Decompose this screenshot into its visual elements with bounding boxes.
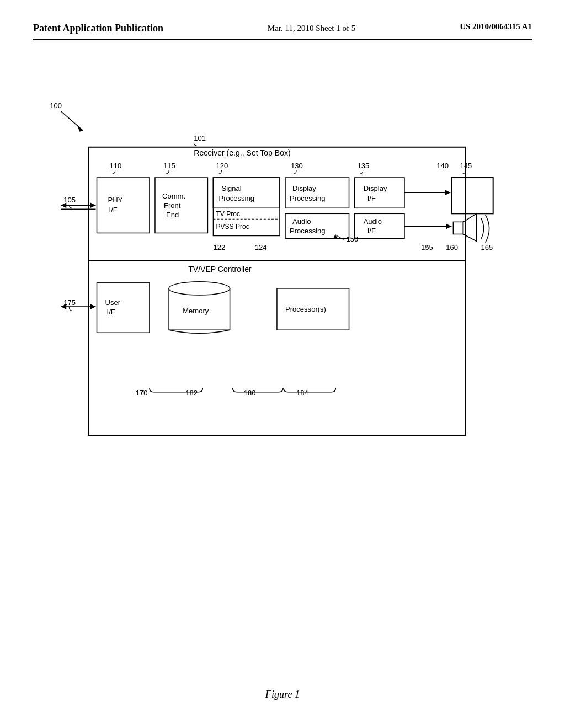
user-if-label1: User <box>105 298 121 307</box>
arrowhead-100 <box>77 126 83 132</box>
label-184: 184 <box>296 389 308 397</box>
label-145: 145 <box>460 162 472 170</box>
publication-title: Patent Application Publication <box>33 22 163 35</box>
label-155: 155 <box>421 243 433 251</box>
memory-cylinder-bottom <box>169 330 230 334</box>
label-170: 170 <box>136 389 148 397</box>
label-182: 182 <box>185 389 198 397</box>
patent-diagram: 100 101 Receiver (e.g., Set Top Box) 110… <box>33 84 532 515</box>
audio-if-label1: Audio <box>364 218 382 226</box>
audio-processing-label1: Audio <box>292 218 311 226</box>
display-processing-box <box>285 178 349 208</box>
receiver-label: Receiver (e.g., Set Top Box) <box>194 148 290 157</box>
tv-proc-label: TV Proc <box>216 211 240 218</box>
label-124: 124 <box>255 243 267 251</box>
end-label: End <box>166 211 179 220</box>
page: Patent Application Publication Mar. 11, … <box>0 0 565 728</box>
comm-label: Comm. <box>162 192 185 201</box>
publication-number: US 2010/0064315 A1 <box>460 22 532 31</box>
audio-arrowhead <box>446 224 451 229</box>
user-if-label2: I/F <box>107 308 115 317</box>
sound-wave-2 <box>486 215 489 243</box>
label-105: 105 <box>63 196 76 205</box>
input-arrowhead <box>90 203 95 208</box>
label-165: 165 <box>481 243 493 251</box>
label-115: 115 <box>163 162 175 170</box>
memory-cylinder-top <box>169 282 230 295</box>
user-if-arrowhead-right <box>90 304 95 309</box>
label-130: 130 <box>291 162 303 170</box>
figure-caption: Figure 1 <box>265 689 300 700</box>
tvvep-controller-label: TV/VEP Controller <box>188 265 252 274</box>
label-120: 120 <box>216 162 228 170</box>
label-110: 110 <box>110 162 122 170</box>
phy-if-box <box>97 178 150 233</box>
diagram-area: 100 101 Receiver (e.g., Set Top Box) 110… <box>33 84 532 515</box>
display-if-box <box>355 178 404 208</box>
label-180: 180 <box>244 389 256 397</box>
display-if-label1: Display <box>364 185 387 193</box>
processors-label: Processor(s) <box>285 305 326 313</box>
phy-if-label2: I/F <box>109 206 118 215</box>
monitor-box <box>451 178 493 213</box>
sound-wave-1 <box>481 218 484 239</box>
signal-processing-box <box>213 178 280 208</box>
page-header: Patent Application Publication Mar. 11, … <box>33 22 532 40</box>
signal-processing-label1: Signal <box>222 185 242 193</box>
publication-date-sheet: Mar. 11, 2010 Sheet 1 of 5 <box>268 22 355 35</box>
display-processing-label2: Processing <box>290 195 326 203</box>
phy-if-label: PHY <box>108 196 123 205</box>
memory-label: Memory <box>183 307 209 315</box>
display-if-label2: I/F <box>367 195 376 203</box>
audio-if-label2: I/F <box>367 227 376 235</box>
arrow-100 <box>61 111 83 131</box>
brace-184 <box>284 388 335 392</box>
label-122: 122 <box>213 243 225 251</box>
label-160: 160 <box>446 243 458 251</box>
brace-180 <box>233 388 283 392</box>
comm-front-end-box <box>155 178 207 233</box>
front-label: Front <box>164 202 181 210</box>
label-101: 101 <box>194 134 206 142</box>
label-135: 135 <box>358 162 370 170</box>
user-if-box <box>97 283 150 333</box>
display-arrowhead <box>445 190 450 196</box>
audio-processing-label2: Processing <box>290 227 326 235</box>
speaker-body <box>453 222 463 234</box>
label-100: 100 <box>50 102 62 110</box>
signal-processing-label2: Processing <box>218 195 254 203</box>
pvss-proc-label: PVSS Proc <box>216 223 249 231</box>
display-processing-label1: Display <box>292 185 316 193</box>
label-140: 140 <box>436 162 449 170</box>
